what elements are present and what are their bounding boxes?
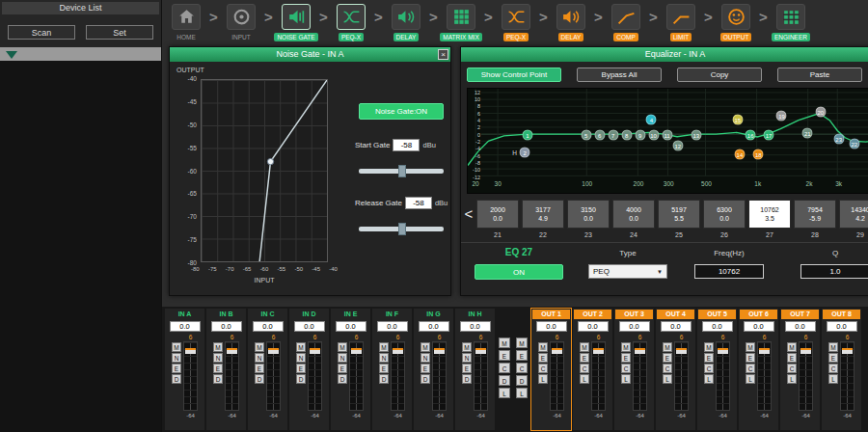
toolbar-item-engineer[interactable]: ENGINEER (771, 4, 811, 41)
channel-strip-in-f[interactable]: IN F0.0MNED6-64 (372, 309, 412, 430)
channel-gain-value[interactable]: 0.0 (702, 321, 733, 332)
eq-control-point-4[interactable]: 4 (646, 114, 657, 124)
fader-handle[interactable] (268, 348, 279, 354)
link-key-L[interactable]: L (516, 388, 528, 398)
channel-key-L[interactable]: L (580, 374, 589, 384)
channel-key-E[interactable]: E (787, 353, 797, 363)
eq-control-point-13[interactable]: 13 (691, 130, 701, 141)
release-gate-slider[interactable] (359, 227, 444, 231)
toolbar-item-peq-x[interactable]: PEQ-X (496, 4, 536, 41)
toolbar-item-peq-x[interactable]: PEQ-X (331, 4, 371, 41)
channel-key-N[interactable]: N (255, 353, 264, 363)
eq-band-box[interactable]: 63000.0 (703, 200, 746, 229)
noise-gate-plot[interactable] (201, 79, 328, 262)
channel-strip-out-4[interactable]: OUT 40.0MECL6-64 (656, 309, 695, 430)
fader-handle[interactable] (475, 348, 486, 354)
channel-key-L[interactable]: L (663, 374, 672, 384)
eq-band-22[interactable]: 31774.922 (522, 200, 564, 238)
fader-track[interactable] (840, 341, 854, 411)
eq-control-point-5[interactable]: 5 (581, 130, 591, 141)
channel-key-D[interactable]: D (172, 374, 181, 384)
channel-key-E[interactable]: E (621, 353, 631, 363)
fader-track[interactable] (432, 341, 447, 411)
channel-strip-in-a[interactable]: IN A0.0MNED6-64 (165, 309, 204, 430)
close-icon[interactable]: × (438, 49, 448, 60)
channel-key-M[interactable]: M (462, 342, 472, 352)
fader-handle[interactable] (593, 348, 604, 354)
channel-key-D[interactable]: D (213, 374, 223, 384)
eq-button-copy[interactable]: Copy (677, 68, 762, 82)
q-input[interactable]: 1.0 (800, 264, 868, 279)
channel-key-C[interactable]: C (663, 364, 672, 373)
link-key-D[interactable]: D (499, 375, 510, 386)
fader-track[interactable] (349, 341, 364, 411)
link-key-M[interactable]: M (499, 338, 510, 348)
freq-input[interactable]: 10762 (694, 264, 764, 279)
eq-band-box[interactable]: 31774.9 (522, 200, 564, 229)
eq-band-28[interactable]: 7954-5.928 (794, 200, 836, 238)
fader-handle[interactable] (310, 348, 320, 354)
fader-handle[interactable] (635, 348, 645, 354)
link-key-M[interactable]: M (516, 338, 528, 348)
channel-key-M[interactable]: M (213, 342, 223, 352)
eq-band-23[interactable]: 31500.023 (567, 200, 610, 238)
fader-track[interactable] (474, 341, 488, 411)
eq-control-point-18[interactable]: 18 (753, 149, 764, 160)
channel-gain-value[interactable]: 0.0 (578, 321, 609, 332)
eq-control-point-12[interactable]: 12 (672, 141, 683, 151)
channel-gain-value[interactable]: 0.0 (211, 321, 242, 332)
channel-key-M[interactable]: M (746, 342, 755, 352)
eq-band-box[interactable]: 143404.2 (839, 200, 868, 229)
link-key-D[interactable]: D (516, 375, 528, 386)
channel-key-L[interactable]: L (538, 374, 548, 384)
channel-key-D[interactable]: D (255, 374, 264, 384)
toolbar-item-delay[interactable]: DELAY (386, 4, 426, 41)
fader-handle[interactable] (227, 348, 237, 354)
channel-key-N[interactable]: N (462, 353, 472, 363)
noise-gate-on-button[interactable]: Noise Gate:ON (359, 103, 444, 120)
eq-button-show-control-point[interactable]: Show Control Point (467, 68, 561, 82)
fader-track[interactable] (225, 341, 239, 411)
fader-track[interactable] (183, 341, 198, 411)
toolbar-item-comp[interactable]: COMP (606, 4, 646, 41)
fader-track[interactable] (550, 341, 564, 411)
fader-track[interactable] (633, 341, 647, 411)
channel-key-M[interactable]: M (420, 342, 430, 352)
channel-key-D[interactable]: D (338, 374, 347, 384)
channel-key-E[interactable]: E (746, 353, 755, 363)
channel-strip-out-3[interactable]: OUT 30.0MECL6-64 (614, 309, 654, 430)
channel-key-C[interactable]: C (746, 364, 755, 373)
channel-gain-value[interactable]: 0.0 (377, 321, 408, 332)
eq-control-point-6[interactable]: 6 (594, 130, 605, 141)
channel-key-M[interactable]: M (338, 342, 347, 352)
eq-control-point-15[interactable]: 15 (732, 114, 743, 124)
fader-track[interactable] (308, 341, 322, 411)
eq-button-paste[interactable]: Paste (777, 68, 862, 82)
fader-track[interactable] (757, 341, 772, 411)
fader-handle[interactable] (351, 348, 362, 354)
channel-key-N[interactable]: N (338, 353, 347, 363)
channel-key-N[interactable]: N (420, 353, 430, 363)
channel-gain-value[interactable]: 0.0 (827, 321, 857, 332)
eq-band-box[interactable]: 20000.0 (476, 200, 519, 229)
channel-key-M[interactable]: M (172, 342, 181, 352)
eq-control-point-8[interactable]: 8 (621, 130, 632, 141)
eq-control-point-21[interactable]: 21 (802, 128, 813, 139)
eq-control-point-2[interactable]: 2 (520, 148, 530, 158)
channel-gain-value[interactable]: 0.0 (460, 321, 491, 332)
channel-strip-in-b[interactable]: IN B0.0MNED6-64 (206, 309, 246, 430)
channel-gain-value[interactable]: 0.0 (170, 321, 201, 332)
toolbar-item-limit[interactable]: LIMIT (661, 4, 701, 41)
eq-band-box[interactable]: 51975.5 (658, 200, 700, 229)
eq-band-box[interactable]: 40000.0 (612, 200, 655, 229)
fader-handle[interactable] (552, 348, 562, 354)
channel-key-D[interactable]: D (296, 374, 306, 384)
toolbar-item-matrix-mix[interactable]: MATRIX MIX (441, 4, 481, 41)
fader-handle[interactable] (718, 348, 728, 354)
fader-handle[interactable] (759, 348, 770, 354)
eq-control-point-1[interactable]: 1 (522, 130, 532, 141)
channel-strip-out-2[interactable]: OUT 20.0MECL6-64 (573, 309, 612, 430)
scan-button[interactable]: Scan (8, 25, 75, 40)
eq-band-box[interactable]: 107623.5 (748, 200, 791, 229)
channel-key-C[interactable]: C (621, 364, 631, 373)
